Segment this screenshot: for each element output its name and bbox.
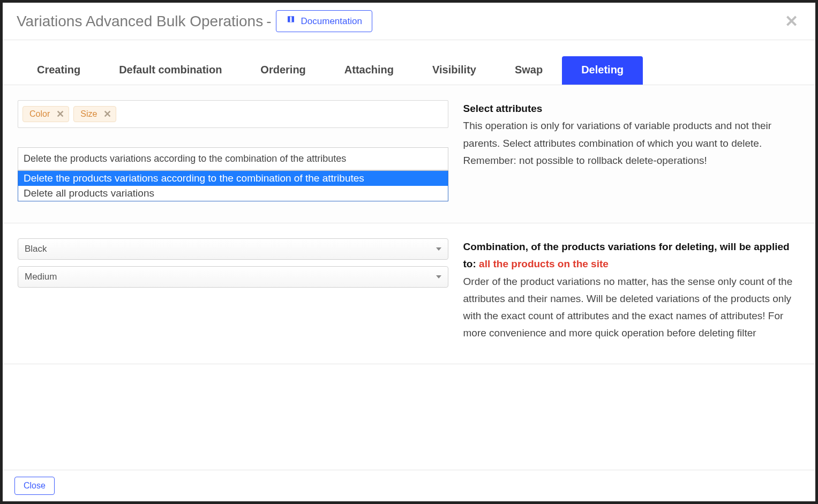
modal-body[interactable]: Creating Default combination Ordering At… xyxy=(3,40,815,470)
modal-title: Variations Advanced Bulk Operations xyxy=(17,13,263,30)
documentation-button[interactable]: Documentation xyxy=(276,10,372,32)
section1-left: Color ✕ Size ✕ Delete the products varia… xyxy=(18,100,448,201)
tab-default-combination[interactable]: Default combination xyxy=(100,56,241,85)
modal: Variations Advanced Bulk Operations - Do… xyxy=(3,3,815,501)
section2-heading-part2: all the products on the site xyxy=(479,258,609,269)
attribute-value-select-2[interactable]: Medium xyxy=(18,266,448,288)
tag-size-label: Size xyxy=(80,109,97,119)
delete-mode-select[interactable]: Delete the products variations according… xyxy=(18,147,448,201)
section2-right: Combination, of the products variations … xyxy=(463,238,800,342)
attribute-value-select-1[interactable]: Black xyxy=(18,238,448,260)
tab-visibility[interactable]: Visibility xyxy=(413,56,496,85)
delete-mode-select-display[interactable]: Delete the products variations according… xyxy=(18,147,448,170)
section1-heading: Select attributes xyxy=(463,103,543,114)
section2-left: Black Medium xyxy=(18,238,448,342)
section-select-attributes: Color ✕ Size ✕ Delete the products varia… xyxy=(3,85,815,223)
delete-mode-option-combination[interactable]: Delete the products variations according… xyxy=(18,171,448,186)
scroll-spacer xyxy=(3,364,815,470)
modal-header: Variations Advanced Bulk Operations - Do… xyxy=(3,3,815,40)
book-icon xyxy=(286,15,296,27)
modal-body-wrap: Creating Default combination Ordering At… xyxy=(3,40,815,470)
delete-mode-dropdown: Delete the products variations according… xyxy=(18,170,448,201)
documentation-label: Documentation xyxy=(301,16,362,27)
tabs: Creating Default combination Ordering At… xyxy=(3,40,815,85)
tab-deleting[interactable]: Deleting xyxy=(562,56,643,85)
tab-ordering[interactable]: Ordering xyxy=(241,56,325,85)
section2-body: Order of the product variations no matte… xyxy=(463,276,793,339)
section-combination: Black Medium Combination, of the product… xyxy=(3,223,815,364)
close-icon[interactable]: ✕ xyxy=(782,13,801,29)
tab-attaching[interactable]: Attaching xyxy=(325,56,413,85)
delete-mode-option-all[interactable]: Delete all products variations xyxy=(18,186,448,201)
modal-title-dash: - xyxy=(266,13,271,30)
section1-body: This operation is only for variations of… xyxy=(463,120,772,166)
attribute-tag-input[interactable]: Color ✕ Size ✕ xyxy=(18,100,448,128)
tab-swap[interactable]: Swap xyxy=(496,56,562,85)
tag-color-label: Color xyxy=(29,109,50,119)
section1-right: Select attributes This operation is only… xyxy=(463,100,800,201)
modal-footer: Close xyxy=(3,470,815,501)
close-button[interactable]: Close xyxy=(14,477,55,495)
tab-creating[interactable]: Creating xyxy=(18,56,100,85)
tag-color-remove-icon[interactable]: ✕ xyxy=(56,109,64,119)
tag-size-remove-icon[interactable]: ✕ xyxy=(103,109,111,119)
tag-color[interactable]: Color ✕ xyxy=(22,106,69,122)
tag-size[interactable]: Size ✕ xyxy=(73,106,116,122)
